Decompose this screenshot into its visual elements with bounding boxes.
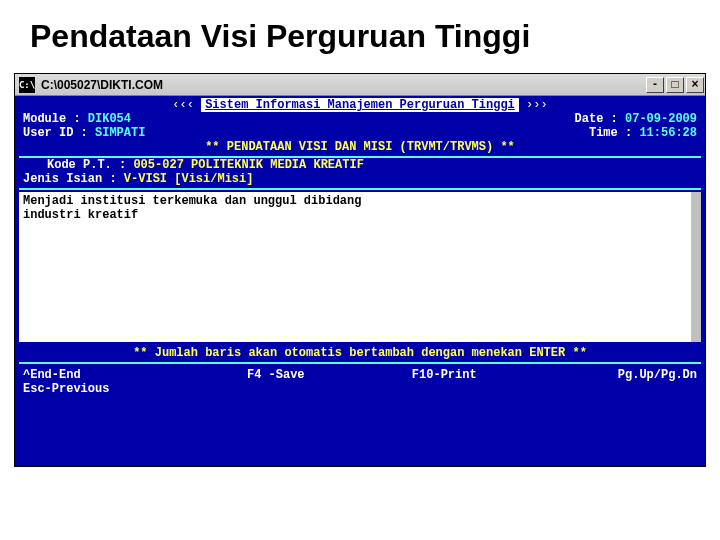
header-row-2: User ID : SIMPATI Time : 11:56:28 bbox=[15, 126, 705, 140]
divider-2 bbox=[19, 188, 701, 190]
window-title: C:\005027\DIKTI.COM bbox=[39, 78, 645, 92]
banner-left-arrows: ‹‹‹ bbox=[172, 98, 194, 112]
date-value: 07-09-2009 bbox=[625, 112, 697, 126]
system-menu-icon[interactable]: C:\ bbox=[19, 77, 35, 93]
shortcut-esc: Esc-Previous bbox=[23, 382, 192, 396]
shortcut-print: F10-Print bbox=[412, 368, 477, 382]
banner-right-arrows: ››› bbox=[526, 98, 548, 112]
dos-window: C:\ C:\005027\DIKTI.COM - □ × ‹‹‹ Sistem… bbox=[14, 73, 706, 467]
slide-title: Pendataan Visi Perguruan Tinggi bbox=[0, 0, 720, 63]
header-row-1: Module : DIK054 Date : 07-09-2009 bbox=[15, 112, 705, 126]
dos-screen: ‹‹‹ Sistem Informasi Manajemen Perguruan… bbox=[15, 96, 705, 466]
userid-value: SIMPATI bbox=[95, 126, 145, 140]
module-value: DIK054 bbox=[88, 112, 131, 126]
titlebar: C:\ C:\005027\DIKTI.COM - □ × bbox=[15, 74, 705, 96]
module-label: Module : bbox=[23, 112, 81, 126]
time-label: Time : bbox=[589, 126, 632, 140]
footer-shortcuts: ^End-End Esc-Previous F4 -Save F10-Print… bbox=[15, 364, 705, 396]
shortcut-end: ^End-End bbox=[23, 368, 192, 382]
kode-pt-label: Kode P.T. : bbox=[47, 158, 126, 172]
app-banner: ‹‹‹ Sistem Informasi Manajemen Perguruan… bbox=[15, 96, 705, 112]
jenis-isian-label: Jenis Isian : bbox=[23, 172, 117, 186]
visi-text-input[interactable]: Menjadi institusi terkemuka dan unggul d… bbox=[19, 192, 701, 342]
jenis-isian-value: V-VISI [Visi/Misi] bbox=[124, 172, 254, 186]
minimize-button[interactable]: - bbox=[646, 77, 664, 93]
shortcut-page: Pg.Up/Pg.Dn bbox=[618, 368, 697, 382]
banner-title: Sistem Informasi Manajemen Perguruan Tin… bbox=[201, 98, 519, 112]
date-label: Date : bbox=[575, 112, 618, 126]
shortcut-save: F4 -Save bbox=[247, 368, 305, 382]
codes-block: Kode P.T. : 005-027 POLITEKNIK MEDIA KRE… bbox=[15, 158, 705, 186]
screen-subtitle: ** PENDATAAN VISI DAN MISI (TRVMT/TRVMS)… bbox=[15, 140, 705, 154]
close-button[interactable]: × bbox=[686, 77, 704, 93]
time-value: 11:56:28 bbox=[639, 126, 697, 140]
maximize-button[interactable]: □ bbox=[666, 77, 684, 93]
userid-label: User ID : bbox=[23, 126, 88, 140]
enter-notice: ** Jumlah baris akan otomatis bertambah … bbox=[15, 346, 705, 360]
kode-pt-value: 005-027 POLITEKNIK MEDIA KREATIF bbox=[133, 158, 363, 172]
